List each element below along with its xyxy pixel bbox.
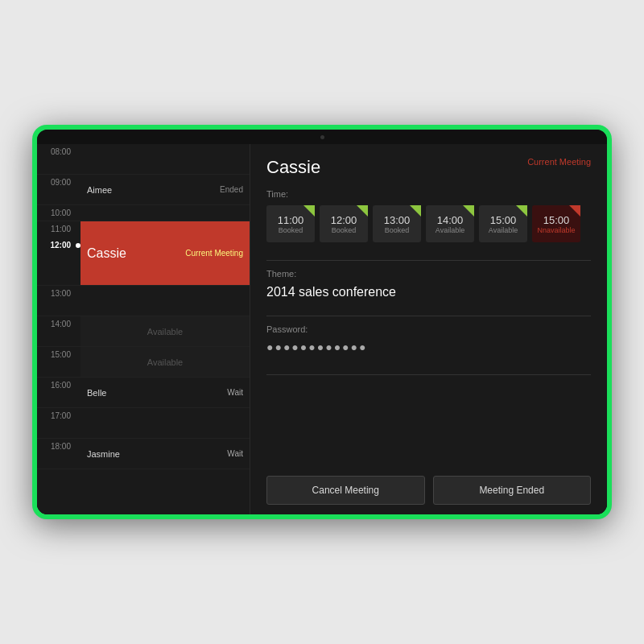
detail-panel: Cassie Current Meeting Time: 11:00 Booke… <box>250 144 607 514</box>
time-slot-1600: 16:00 Belle Wait <box>37 378 250 408</box>
time-slot-1500: 15:00 Available <box>37 347 250 378</box>
time-label: 13:00 <box>37 286 76 316</box>
slot-name: Aimee <box>87 185 112 195</box>
time-label-11: 11:00 <box>37 221 76 237</box>
slot-belle[interactable]: Belle Wait <box>80 378 250 407</box>
cassie-name: Cassie <box>87 246 126 261</box>
time-chips-grid: 11:00 Booked 12:00 Booked 13:00 Booked <box>266 205 591 242</box>
available-corner-icon <box>463 205 474 217</box>
divider-2 <box>266 316 591 316</box>
jasmine-name: Jasmine <box>87 449 120 459</box>
time-section-label: Time: <box>266 189 591 199</box>
time-label: 14:00 <box>37 316 76 346</box>
chip-time: 13:00 <box>384 214 411 226</box>
jasmine-status: Wait <box>227 449 243 458</box>
current-meeting-badge: Current Meeting <box>527 157 591 167</box>
slot-content <box>80 205 250 221</box>
time-label-12: 12:00 <box>37 237 76 254</box>
chip-status: Booked <box>279 226 303 234</box>
time-chip-1200[interactable]: 12:00 Booked <box>320 205 368 242</box>
slot-content <box>80 408 250 438</box>
chip-status: Available <box>436 226 464 234</box>
meeting-ended-button[interactable]: Meeting Ended <box>433 476 592 505</box>
camera-icon <box>320 135 324 139</box>
time-label: 17:00 <box>37 408 76 438</box>
chip-time: 14:00 <box>437 214 464 226</box>
time-chip-1100[interactable]: 11:00 Booked <box>266 205 315 242</box>
time-chip-1500b[interactable]: 15:00 Nnavailable <box>532 205 580 242</box>
slot-content <box>80 144 250 174</box>
app-screen: 08:00 09:00 Aimee Ended 10:00 <box>37 144 607 514</box>
time-slot-1100: 11:00 12:00 Cassie Current Meeting <box>37 221 250 286</box>
time-slot-1700: 17:00 <box>37 408 250 439</box>
slot-status: Ended <box>220 185 243 194</box>
time-slot-0900: 09:00 Aimee Ended <box>37 175 250 205</box>
schedule-panel: 08:00 09:00 Aimee Ended 10:00 <box>37 144 250 514</box>
time-label: 15:00 <box>37 347 76 377</box>
time-label: 16:00 <box>37 378 76 407</box>
cancel-meeting-button[interactable]: Cancel Meeting <box>266 476 425 505</box>
available-label-1: Available <box>147 327 183 336</box>
unavailable-corner-icon <box>569 205 580 217</box>
slot-available-1[interactable]: Available <box>80 316 250 346</box>
time-chip-1400[interactable]: 14:00 Available <box>426 205 474 242</box>
chip-status: Booked <box>385 226 410 234</box>
chip-time: 15:00 <box>543 214 570 226</box>
booked-corner-icon <box>303 205 315 217</box>
chip-status: Booked <box>332 226 357 234</box>
tablet-screen: 08:00 09:00 Aimee Ended 10:00 <box>37 130 607 514</box>
time-slot-1400: 14:00 Available <box>37 316 250 347</box>
slot-available-2[interactable]: Available <box>80 347 250 377</box>
time-slot-1800: 18:00 Jasmine Wait <box>37 439 250 469</box>
time-slot-1300: 13:00 <box>37 286 250 316</box>
divider-1 <box>266 260 591 261</box>
available-corner-icon <box>516 205 527 217</box>
slot-content-ended[interactable]: Aimee Ended <box>80 175 250 204</box>
camera-bar <box>37 130 607 144</box>
password-label: Password: <box>266 324 591 334</box>
time-label: 09:00 <box>37 175 76 204</box>
time-label: 10:00 <box>37 205 76 221</box>
chip-status: Nnavailable <box>537 226 575 234</box>
chip-time: 12:00 <box>331 214 357 226</box>
meeting-person-name: Cassie <box>266 157 320 178</box>
time-chip-1300[interactable]: 13:00 Booked <box>373 205 421 242</box>
slot-content <box>80 286 250 316</box>
divider-3 <box>266 374 591 375</box>
chip-time: 15:00 <box>490 214 517 226</box>
action-buttons: Cancel Meeting Meeting Ended <box>266 476 591 505</box>
time-chip-1500a[interactable]: 15:00 Available <box>479 205 527 242</box>
chip-status: Available <box>489 226 518 234</box>
time-label: 18:00 <box>37 439 76 469</box>
belle-name: Belle <box>87 388 106 398</box>
time-label: 08:00 <box>37 144 76 174</box>
cassie-status: Current Meeting <box>185 249 243 258</box>
belle-status: Wait <box>227 388 243 397</box>
chip-time: 11:00 <box>278 214 304 226</box>
password-value: ●●●●●●●●●●●● <box>266 341 591 353</box>
booked-corner-icon <box>410 205 421 217</box>
theme-value: 2014 sales conference <box>266 285 591 299</box>
slot-jasmine[interactable]: Jasmine Wait <box>80 439 250 469</box>
detail-header: Cassie Current Meeting <box>266 157 591 178</box>
booked-corner-icon <box>357 205 368 217</box>
theme-label: Theme: <box>266 269 591 279</box>
time-slot-0800: 08:00 <box>37 144 250 175</box>
theme-section: Theme: 2014 sales conference <box>266 269 591 299</box>
time-slot-1000: 10:00 <box>37 205 250 221</box>
cassie-meeting-block[interactable]: Cassie Current Meeting <box>80 221 250 285</box>
tablet: 08:00 09:00 Aimee Ended 10:00 <box>32 125 612 519</box>
password-section: Password: ●●●●●●●●●●●● <box>266 324 591 353</box>
available-label-2: Available <box>147 357 183 367</box>
